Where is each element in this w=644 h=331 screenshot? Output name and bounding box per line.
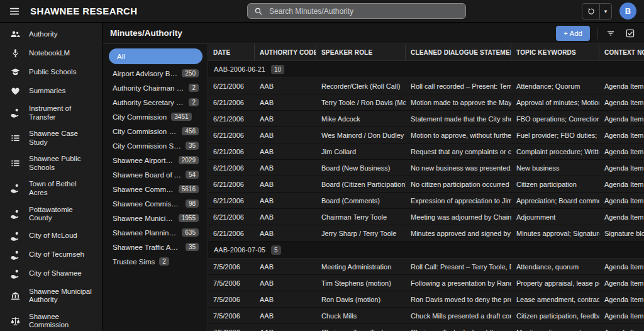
group-header-aab-2006-07-05[interactable]: AAB-2006-07-05 5 bbox=[208, 242, 644, 259]
table-cell: Ron Davis (motion) bbox=[316, 296, 406, 303]
table-row[interactable]: 6/21/2006AABJim CollardRequest that any … bbox=[208, 143, 644, 160]
filter-chip-all[interactable]: All bbox=[109, 48, 203, 64]
table-cell: Agenda Item No bbox=[599, 197, 644, 205]
table-row[interactable]: 6/21/2006AABWes Mainord / Don DudleyMoti… bbox=[208, 127, 644, 143]
group-header-aab-2006-06-21[interactable]: AAB-2006-06-21 10 bbox=[208, 61, 644, 78]
table-row[interactable]: 6/21/2006AABBoard (New Business)No new b… bbox=[208, 160, 644, 176]
filter-chip-trustee-sims[interactable]: Trustee Sims 2 bbox=[109, 254, 203, 269]
column-header-cleaned-dialogue-statement[interactable]: CLEANED DIALOGUE STATEMENT bbox=[406, 44, 511, 60]
table-cell: Agenda Item 4; bbox=[599, 296, 644, 303]
table-row[interactable]: 6/21/2006AABJerry Sharp / Terry TooleMin… bbox=[208, 225, 644, 242]
content-area: All Airport Advisory Board 250 Authority… bbox=[103, 44, 644, 331]
filter-chip-authority-secretary-do[interactable]: Authority Secretary (Do... 2 bbox=[109, 95, 203, 109]
table-row[interactable]: 7/5/2006AABChairman Terry TooleChairman … bbox=[208, 324, 644, 331]
sidebar-item-shawnee-commission[interactable]: Shawnee Commission bbox=[0, 309, 98, 331]
table-cell: Chuck Mills presented a draft comment... bbox=[406, 312, 511, 320]
table-cell: Chairman Toole declared the meeting a... bbox=[406, 328, 511, 331]
table-cell: AAB bbox=[255, 230, 316, 237]
filter-chip-authority-chairman-lin[interactable]: Authority Chairman Lin... 2 bbox=[109, 81, 203, 95]
table-cell: AAB bbox=[255, 132, 316, 139]
filter-chip-shawnee-municipal[interactable]: Shawnee Municipal ... 1955 bbox=[109, 211, 203, 225]
sidebar-item-town-of-bethel-acres[interactable]: Town of Bethel Acres bbox=[0, 176, 98, 201]
page-title: Minutes/Authority bbox=[110, 28, 182, 38]
table-cell: 7/5/2006 bbox=[208, 279, 255, 287]
sidebar-item-label: Pottawatomie County bbox=[29, 206, 94, 223]
filter-chip-shawnee-board-of-adj[interactable]: Shawnee Board of Adj... 54 bbox=[109, 167, 203, 182]
table-row[interactable]: 7/5/2006AABMeeting AdministrationRoll Ca… bbox=[208, 259, 644, 275]
sidebar-item-notebooklm[interactable]: NotebookLM bbox=[0, 44, 98, 62]
column-header-speaker-role[interactable]: SPEAKER ROLE bbox=[316, 44, 406, 60]
sidebar-item-city-of-mcloud[interactable]: City of McLoud bbox=[0, 227, 98, 245]
table-cell: 6/21/2006 bbox=[208, 99, 255, 106]
filter-chip-shawnee-airport-au[interactable]: Shawnee Airport Au... 2029 bbox=[109, 153, 203, 167]
table-cell: AAB bbox=[255, 82, 316, 90]
table-cell: No citizen participation occurred during… bbox=[406, 181, 511, 188]
count-badge: 5616 bbox=[179, 185, 199, 193]
table-row[interactable]: 7/5/2006AABRon Davis (motion)Ron Davis m… bbox=[208, 291, 644, 308]
search-bar[interactable] bbox=[247, 3, 466, 19]
table-cell: 7/5/2006 bbox=[208, 312, 255, 320]
table-cell: Minutes approval; Signature bbox=[511, 230, 599, 237]
data-table: DATEAUTHORITY CODESPEAKER ROLECLEANED DI… bbox=[208, 44, 644, 331]
table-cell: Tim Stephens (motion) bbox=[316, 279, 406, 287]
table-row[interactable]: 6/21/2006AABBoard (Citizen Participation… bbox=[208, 176, 644, 193]
sidebar-item-shawnee-case-study[interactable]: Shawnee Case Study bbox=[0, 126, 98, 150]
table-row[interactable]: 6/21/2006AABTerry Toole / Ron Davis (Mot… bbox=[208, 94, 644, 111]
add-button[interactable]: + Add bbox=[556, 26, 590, 41]
sync-icon bbox=[587, 7, 596, 16]
hand-coin-icon bbox=[10, 108, 21, 118]
column-header-date[interactable]: DATE bbox=[208, 44, 255, 60]
sidebar-item-authority[interactable]: Authority bbox=[0, 25, 98, 43]
table-cell: AAB bbox=[255, 213, 316, 221]
sync-button[interactable] bbox=[582, 4, 599, 19]
table-cell: Minutes approved and signed by Jerry ... bbox=[406, 230, 511, 237]
sidebar-item-city-of-tecumseh[interactable]: City of Tecumseh bbox=[0, 246, 98, 264]
sidebar-item-summaries[interactable]: Summaries bbox=[0, 82, 98, 100]
filter-chip-city-commission-spe[interactable]: City Commission Spe... 35 bbox=[109, 138, 203, 153]
table-row[interactable]: 6/21/2006AABChairman Terry TooleMeeting … bbox=[208, 209, 644, 225]
sidebar-item-public-schools[interactable]: Public Schools bbox=[0, 63, 98, 81]
filter-chip-city-commission[interactable]: City Commission 3451 bbox=[109, 109, 203, 124]
main-area: Minutes/Authority + Add All Airport Advi… bbox=[103, 23, 644, 331]
column-header-topic-keywords[interactable]: TOPIC KEYWORDS bbox=[511, 44, 599, 60]
column-header-authority-code[interactable]: AUTHORITY CODE bbox=[255, 44, 316, 60]
sidebar-item-city-of-shawnee[interactable]: City of Shawnee bbox=[0, 265, 98, 283]
filter-chip-shawnee-commissi[interactable]: Shawnee Commissi... 5616 bbox=[109, 182, 203, 196]
filter-chip-label: Authority Secretary (Do... bbox=[113, 99, 184, 106]
hamburger-menu-button[interactable] bbox=[6, 3, 23, 20]
table-cell: AAB bbox=[255, 279, 316, 287]
table-row[interactable]: 6/21/2006AABMike AdcockStatement made th… bbox=[208, 111, 644, 127]
app-window: SHAWNEE RESEARCH ▾ B Authority NotebookL… bbox=[0, 0, 644, 331]
header-actions: + Add bbox=[556, 26, 636, 41]
filter-chip-city-commission-sp[interactable]: City Commission Sp... 456 bbox=[109, 124, 203, 138]
filter-chip-label: City Commission Sp... bbox=[113, 128, 177, 135]
sync-dropdown-button[interactable]: ▾ bbox=[599, 4, 611, 19]
search-input[interactable] bbox=[268, 6, 459, 16]
table-cell: Agenda Item No bbox=[599, 82, 644, 90]
table-cell: Agenda Item 1; bbox=[599, 263, 644, 271]
filter-button[interactable] bbox=[604, 27, 617, 40]
table-row[interactable]: 7/5/2006AABTim Stephens (motion)Followin… bbox=[208, 275, 644, 291]
table-row[interactable]: 6/21/2006AABRecorder/Clerk (Roll Call)Ro… bbox=[208, 78, 644, 94]
table-cell: Citizen participation, feedback ... bbox=[511, 312, 599, 320]
table-cell: Chuck Mills bbox=[316, 312, 406, 320]
sidebar-item-shawnee-public-schools[interactable]: Shawnee Public Schools bbox=[0, 151, 98, 176]
sidebar-item-shawnee-municipal-authority[interactable]: Shawnee Municipal Authority bbox=[0, 284, 98, 308]
select-all-checkbox-button[interactable] bbox=[624, 27, 636, 40]
filter-chip-shawnee-traffic-advis[interactable]: Shawnee Traffic Advis... 35 bbox=[109, 240, 203, 254]
sidebar-item-instrument-of-transfer[interactable]: Instrument of Transfer bbox=[0, 101, 98, 125]
sidebar-item-pottawatomie-county[interactable]: Pottawatomie County bbox=[0, 202, 98, 227]
table-cell: Board (Citizen Participation) bbox=[316, 181, 406, 188]
table-row[interactable]: 7/5/2006AABChuck MillsChuck Mills presen… bbox=[208, 308, 644, 324]
table-cell: AAB bbox=[255, 328, 316, 331]
table-cell: 6/21/2006 bbox=[208, 197, 255, 205]
count-badge: 35 bbox=[186, 243, 199, 251]
filter-chip-shawnee-planning-c[interactable]: Shawnee Planning C... 635 bbox=[109, 225, 203, 240]
filter-chip-airport-advisory-board[interactable]: Airport Advisory Board 250 bbox=[109, 66, 203, 81]
table-row[interactable]: 6/21/2006AABBoard (Comments)Expression o… bbox=[208, 193, 644, 209]
column-header-context-notes[interactable]: CONTEXT NOTES bbox=[599, 44, 644, 60]
avatar[interactable]: B bbox=[619, 3, 636, 20]
count-badge: 10 bbox=[271, 65, 284, 74]
filter-chip-shawnee-commissio[interactable]: Shawnee Commissio... 98 bbox=[109, 196, 203, 211]
table-cell: Citizen participation bbox=[511, 181, 599, 188]
